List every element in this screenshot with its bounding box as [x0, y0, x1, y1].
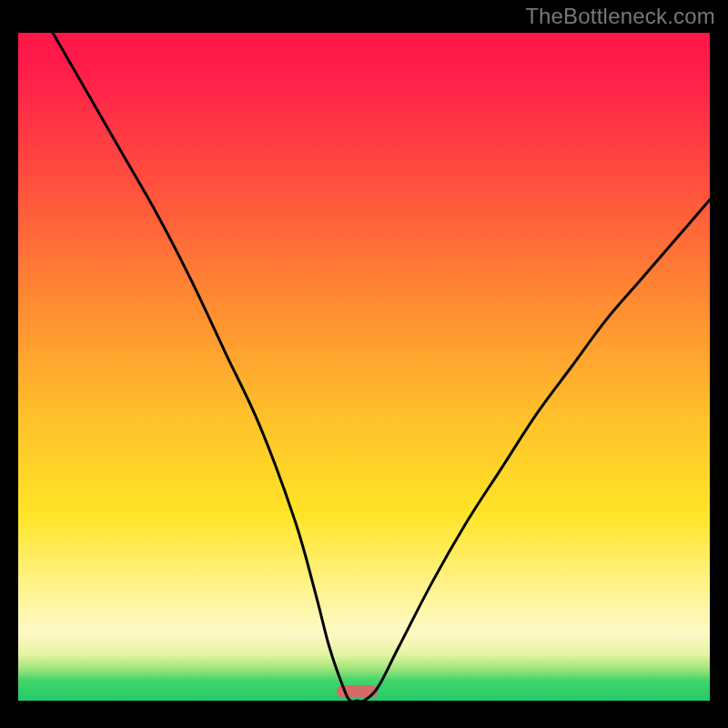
bottleneck-curve	[18, 33, 710, 701]
chart-frame: TheBottleneck.com	[0, 0, 728, 728]
plot-area	[18, 33, 710, 701]
watermark-text: TheBottleneck.com	[525, 4, 715, 29]
